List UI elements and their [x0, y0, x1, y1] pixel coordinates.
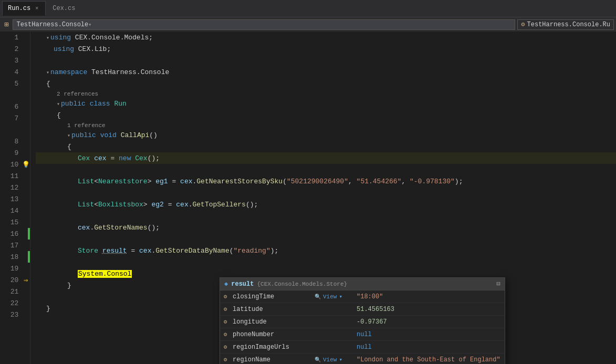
line-row-9: 9: [0, 147, 30, 159]
property-value-phonenumber: null: [357, 331, 505, 338]
property-name-phonenumber: phoneNumber: [231, 331, 315, 338]
line-row-17: 17: [0, 240, 30, 251]
code-line-13: [36, 187, 616, 199]
property-icon-latitude: ⚙: [220, 306, 231, 313]
property-value-regionname: "London and the South-East of England": [357, 356, 505, 363]
code-line-6: ▾public class Run: [36, 98, 616, 109]
view-arrow-regionname[interactable]: ▾: [339, 356, 342, 363]
tab-run-cs[interactable]: Run.cs ×: [2, 1, 46, 16]
collapse-8[interactable]: ▾: [67, 133, 70, 139]
tab-cex-cs[interactable]: Cex.cs: [47, 1, 81, 16]
line-numbers: 1 2 3 4 5 6 7: [0, 32, 30, 364]
code-line-12: List<Neareststore> eg1 = cex.GetNearestS…: [36, 175, 616, 187]
collapse-6[interactable]: ▾: [57, 101, 60, 107]
view-arrow-closingtime[interactable]: ▾: [339, 293, 342, 300]
property-value-latitude: 51.4565163: [357, 306, 505, 313]
code-line-9: {: [36, 141, 616, 152]
debug-tooltip: ◆ result {CEX.Console.Models.Store} ⊟ ⚙ …: [220, 277, 505, 364]
tooltip-header: ◆ result {CEX.Console.Models.Store} ⊟: [220, 278, 505, 290]
view-label-regionname: View: [323, 357, 337, 363]
line-row-16: 16: [0, 228, 30, 240]
property-name-closingtime: closingTime: [231, 293, 315, 300]
line-row-12: 12: [0, 182, 30, 193]
nav-right-icon: ⚙: [521, 20, 525, 28]
tooltip-pin-button[interactable]: ⊟: [496, 280, 500, 288]
property-icon-longitude: ⚙: [220, 318, 231, 325]
line-row-2: 2: [0, 43, 30, 55]
line-row-5: 5: [0, 78, 30, 89]
property-name-regionimageurls: regionImageUrls: [231, 344, 315, 351]
code-line-10: Cex cex = new Cex();: [36, 152, 616, 164]
collapse-1[interactable]: ▾: [46, 35, 49, 41]
code-line-2: using CEX.Lib;: [36, 43, 616, 55]
code-line-ref-6: 2 references: [36, 89, 616, 98]
tooltip-row-phonenumber: ⚙ phoneNumber null: [220, 328, 505, 341]
line-row-4: 4: [0, 66, 30, 78]
property-name-longitude: longitude: [231, 318, 315, 326]
line-row-20: 20 ⇒: [0, 274, 30, 286]
code-line-19: [36, 256, 616, 268]
nav-right[interactable]: ⚙ TestHarness.Console.Ru: [517, 19, 614, 30]
nav-breadcrumb[interactable]: TestHarness.Console ▾: [13, 19, 515, 30]
tab-run-cs-close[interactable]: ×: [34, 5, 40, 12]
line-row-14: 14: [0, 205, 30, 216]
collapse-4[interactable]: ▾: [46, 70, 49, 76]
line-row-11: 11: [0, 170, 30, 182]
property-name-latitude: latitude: [231, 306, 315, 313]
code-line-14: List<Boxlistsbox> eg2 = cex.GetTopSeller…: [36, 199, 616, 210]
code-line-17: [36, 233, 616, 245]
line-row-10: 10 💡: [0, 159, 30, 170]
code-line-5: {: [36, 78, 616, 89]
line-row-8ref: [0, 124, 30, 136]
property-value-longitude: -0.97367: [357, 318, 505, 326]
nav-icon: ⊞: [2, 19, 11, 30]
code-line-ref-8: 1 reference: [36, 121, 616, 129]
line-row-6b: 6: [0, 101, 30, 112]
code-line-1: ▾using CEX.Console.Models;: [36, 32, 616, 43]
property-value-closingtime: "18:00": [357, 293, 505, 300]
line-row-7: 7: [0, 112, 30, 124]
line-row-21: 21: [0, 286, 30, 297]
line-row-18: 18: [0, 251, 30, 263]
tab-cex-cs-label: Cex.cs: [53, 5, 75, 12]
line-row-13: 13: [0, 193, 30, 205]
editor: 1 2 3 4 5 6 7: [0, 32, 616, 364]
code-line-7: {: [36, 109, 616, 121]
line-row-15: 15: [0, 216, 30, 228]
property-icon-regionimageurls: ⚙: [220, 344, 231, 350]
line-row-3: 3: [0, 55, 30, 66]
current-line-arrow: ⇒: [24, 276, 28, 285]
lightbulb-icon[interactable]: 💡: [22, 161, 30, 169]
tab-run-cs-label: Run.cs: [8, 5, 30, 12]
view-col-closingtime[interactable]: 🔍 View ▾: [315, 293, 357, 300]
code-area[interactable]: ▾using CEX.Console.Models; using CEX.Lib…: [30, 32, 616, 364]
search-icon-regionname: 🔍: [315, 357, 321, 363]
tooltip-variable-type: {CEX.Console.Models.Store}: [257, 281, 347, 287]
tooltip-header-icon: ◆: [224, 280, 228, 288]
property-value-regionimageurls: null: [357, 344, 505, 351]
nav-dropdown-arrow[interactable]: ▾: [88, 22, 91, 28]
code-line-3: [36, 55, 616, 66]
tooltip-row-regionimageurls: ⚙ regionImageUrls null: [220, 341, 505, 353]
tooltip-variable-name: result: [231, 280, 254, 288]
code-line-8: ▾public void CallApi(): [36, 129, 616, 141]
line-row-1: 1: [0, 32, 30, 43]
code-line-15: [36, 210, 616, 222]
code-line-4: ▾namespace TestHarness.Console: [36, 66, 616, 78]
code-line-11: [36, 164, 616, 175]
tooltip-row-longitude: ⚙ longitude -0.97367: [220, 316, 505, 328]
tooltip-row-latitude: ⚙ latitude 51.4565163: [220, 303, 505, 316]
line-row-8: 8: [0, 136, 30, 147]
property-icon-closingtime: ⚙: [220, 293, 231, 300]
view-col-regionname[interactable]: 🔍 View ▾: [315, 356, 357, 363]
search-icon: 🔍: [315, 294, 321, 300]
code-line-16: cex.GetStoreNames();: [36, 222, 616, 233]
title-bar: Run.cs × Cex.cs: [0, 0, 616, 17]
code-line-18: Store result = cex.GetStoreDataByName("r…: [36, 245, 616, 256]
property-icon-regionname: ⚙: [220, 356, 231, 363]
line-row-6: [0, 89, 30, 101]
line-row-22: 22: [0, 297, 30, 309]
property-icon-phonenumber: ⚙: [220, 331, 231, 338]
line-row-23: 23: [0, 309, 30, 320]
tooltip-row-closingtime: ⚙ closingTime 🔍 View ▾ "18:00": [220, 290, 505, 303]
